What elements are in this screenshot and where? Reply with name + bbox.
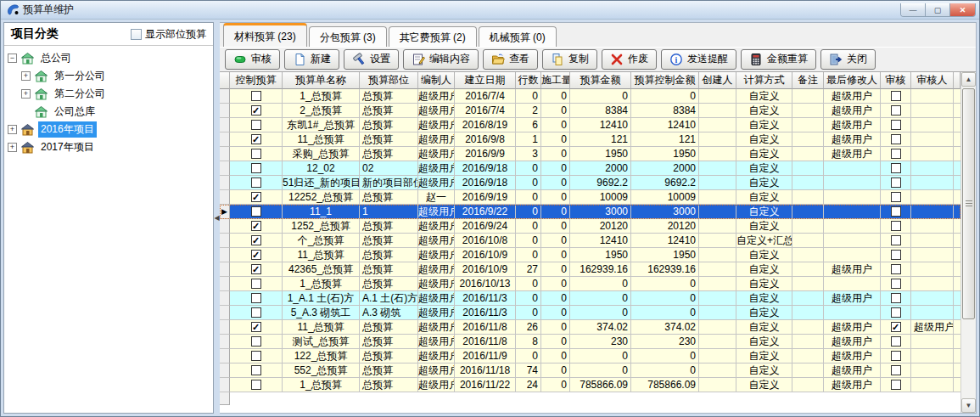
collapse-arrow-icon[interactable]: ◀ bbox=[214, 214, 219, 222]
scroll-down-icon[interactable]: ▼ bbox=[961, 398, 976, 413]
cell-audited[interactable] bbox=[881, 291, 911, 306]
column-header-modifier[interactable]: 最后修改人 bbox=[824, 72, 881, 89]
cell-audited[interactable] bbox=[881, 277, 911, 291]
control-checkbox-icon[interactable]: ✓ bbox=[251, 105, 261, 116]
cell-control[interactable] bbox=[230, 378, 283, 392]
column-header-date[interactable]: 建立日期 bbox=[455, 72, 516, 89]
view-button[interactable]: 查看 bbox=[483, 49, 538, 70]
audited-checkbox-icon[interactable] bbox=[891, 279, 901, 289]
tab-2[interactable]: 其它费预算 (2) bbox=[389, 26, 477, 47]
table-row-18[interactable]: 122_总预算总预算超级用户2016/11/90000自定义超级用户 bbox=[220, 349, 960, 363]
audited-checkbox-icon[interactable] bbox=[891, 293, 901, 303]
control-checkbox-icon[interactable] bbox=[251, 351, 261, 361]
tree-item-label[interactable]: 第一分公司 bbox=[52, 68, 108, 84]
control-checkbox-icon[interactable] bbox=[251, 365, 261, 375]
cell-control[interactable]: ✓ bbox=[230, 219, 283, 234]
cell-audited[interactable] bbox=[881, 118, 911, 132]
cell-audited[interactable] bbox=[881, 262, 911, 277]
control-checkbox-icon[interactable]: ✓ bbox=[251, 250, 261, 260]
cell-control[interactable]: ✓ bbox=[230, 248, 283, 262]
cell-control[interactable] bbox=[230, 176, 283, 190]
audited-checkbox-icon[interactable] bbox=[891, 336, 901, 347]
scrollbar-track[interactable] bbox=[961, 87, 976, 398]
table-row-12[interactable]: ✓42365_总预算总预算超级用户2016/10/9270162939.1616… bbox=[220, 262, 960, 277]
audited-checkbox-icon[interactable] bbox=[891, 221, 901, 231]
column-header-qty[interactable]: 施工量 bbox=[541, 72, 570, 89]
audited-checkbox-icon[interactable] bbox=[891, 178, 901, 188]
scroll-up-icon[interactable]: ▲ bbox=[961, 72, 976, 87]
tree-item-2[interactable]: +第二分公司 bbox=[6, 85, 211, 103]
checkbox-icon[interactable] bbox=[131, 29, 142, 40]
column-header-calc[interactable]: 计算方式 bbox=[736, 72, 792, 89]
tree-item-label[interactable]: 第二分公司 bbox=[52, 86, 108, 102]
cell-control[interactable]: ✓ bbox=[230, 262, 283, 277]
cell-control[interactable]: ✓ bbox=[230, 190, 283, 205]
cell-audited[interactable] bbox=[881, 161, 911, 176]
cell-control[interactable] bbox=[230, 291, 283, 306]
table-row-20[interactable]: 1_总预算总预算超级用户2016/11/22240785866.09785866… bbox=[220, 378, 960, 392]
control-checkbox-icon[interactable] bbox=[251, 279, 261, 289]
maximize-button[interactable]: ▢ bbox=[926, 3, 950, 17]
scrollbar-thumb[interactable] bbox=[962, 88, 975, 319]
cell-audited[interactable] bbox=[881, 219, 911, 234]
show-part-budget-checkbox[interactable]: 显示部位预算 bbox=[131, 27, 206, 42]
table-row-16[interactable]: ✓11_总预算总预算超级用户2016/11/8260374.02374.02自定… bbox=[220, 320, 960, 335]
control-checkbox-icon[interactable]: ✓ bbox=[251, 134, 261, 144]
column-header-auditor[interactable]: 审核人 bbox=[911, 72, 954, 89]
table-row-3[interactable]: ✓11_总预算总预算超级用户2016/9/810121121自定义超级用户 bbox=[220, 132, 960, 147]
table-row-6[interactable]: 51归还_新的项目新的项目部位超级用户2016/9/18009692.29692… bbox=[220, 176, 960, 190]
cell-audited[interactable] bbox=[881, 147, 911, 161]
audited-checkbox-icon[interactable] bbox=[891, 351, 901, 361]
cell-control[interactable] bbox=[230, 118, 283, 132]
cell-control[interactable]: ✓ bbox=[230, 234, 283, 248]
control-checkbox-icon[interactable] bbox=[251, 206, 261, 217]
column-header-amount[interactable]: 预算金额 bbox=[570, 72, 631, 89]
cell-audited[interactable] bbox=[881, 306, 911, 320]
audited-checkbox-icon[interactable] bbox=[891, 192, 901, 202]
audited-checkbox-icon[interactable] bbox=[891, 380, 901, 390]
table-row-17[interactable]: 测试_总预算总预算超级用户2016/11/880230230自定义超级用户 bbox=[220, 335, 960, 349]
column-header-creator[interactable]: 创建人 bbox=[699, 72, 736, 89]
cell-audited[interactable] bbox=[881, 335, 911, 349]
cell-control[interactable] bbox=[230, 306, 283, 320]
cell-audited[interactable] bbox=[881, 132, 911, 147]
cell-audited[interactable] bbox=[881, 234, 911, 248]
tree-item-label[interactable]: 2016年项目 bbox=[38, 121, 97, 138]
cell-audited[interactable] bbox=[881, 349, 911, 363]
cell-audited[interactable] bbox=[881, 190, 911, 205]
column-header-ctrl[interactable]: 预算控制金额 bbox=[631, 72, 699, 89]
new-button[interactable]: 新建 bbox=[284, 49, 339, 70]
expander-plus-icon[interactable]: + bbox=[8, 125, 17, 134]
tree-item-1[interactable]: +第一分公司 bbox=[6, 67, 211, 85]
control-checkbox-icon[interactable]: ✓ bbox=[251, 235, 261, 245]
tree-item-label[interactable]: 2017年项目 bbox=[38, 139, 97, 155]
table-row-14[interactable]: 1_A.1 土(石)方A.1 土(石)方超级用户2016/11/30000自定义… bbox=[220, 291, 960, 306]
cell-control[interactable]: ✓ bbox=[230, 132, 283, 147]
control-checkbox-icon[interactable]: ✓ bbox=[251, 192, 261, 202]
table-row-4[interactable]: 采购_总预算总预算超级用户2016/9/93019501950自定义超级用户 bbox=[220, 147, 960, 161]
table-row-15[interactable]: 5_A.3 砌筑工A.3 砌筑超级用户2016/11/30000自定义 bbox=[220, 306, 960, 320]
cell-audited[interactable] bbox=[881, 363, 911, 378]
column-header-part[interactable]: 预算部位 bbox=[360, 72, 418, 89]
control-checkbox-icon[interactable] bbox=[251, 293, 261, 303]
table-row-10[interactable]: ✓个_总预算总预算超级用户2016/10/8001241012410自定义+汇总 bbox=[220, 234, 960, 248]
audited-checkbox-icon[interactable] bbox=[891, 105, 901, 116]
table-row-5[interactable]: 12_0202超级用户2016/9/180020002000自定义 bbox=[220, 161, 960, 176]
audited-checkbox-icon[interactable] bbox=[891, 163, 901, 173]
control-checkbox-icon[interactable] bbox=[251, 380, 261, 390]
expander-minus-icon[interactable]: − bbox=[8, 54, 17, 63]
close-button[interactable]: ✕ bbox=[950, 3, 975, 17]
send-reminder-button[interactable]: i发送提醒 bbox=[661, 49, 736, 70]
audited-checkbox-icon[interactable]: ✓ bbox=[891, 322, 901, 332]
audited-checkbox-icon[interactable] bbox=[891, 149, 901, 159]
control-checkbox-icon[interactable] bbox=[251, 120, 261, 130]
table-row-2[interactable]: 东凯1#_总预算总预算超级用户2016/8/19601241012410自定义超… bbox=[220, 118, 960, 132]
cell-audited[interactable] bbox=[881, 104, 911, 118]
audited-checkbox-icon[interactable] bbox=[891, 91, 901, 101]
control-checkbox-icon[interactable] bbox=[251, 307, 261, 318]
table-row-0[interactable]: 1_总预算总预算超级用户2016/7/40000自定义超级用户 bbox=[220, 89, 960, 104]
panel-splitter[interactable]: ◀ bbox=[214, 22, 220, 414]
control-checkbox-icon[interactable] bbox=[251, 91, 261, 101]
cell-audited[interactable] bbox=[881, 378, 911, 392]
column-header-audited[interactable]: 审核 bbox=[881, 72, 911, 89]
